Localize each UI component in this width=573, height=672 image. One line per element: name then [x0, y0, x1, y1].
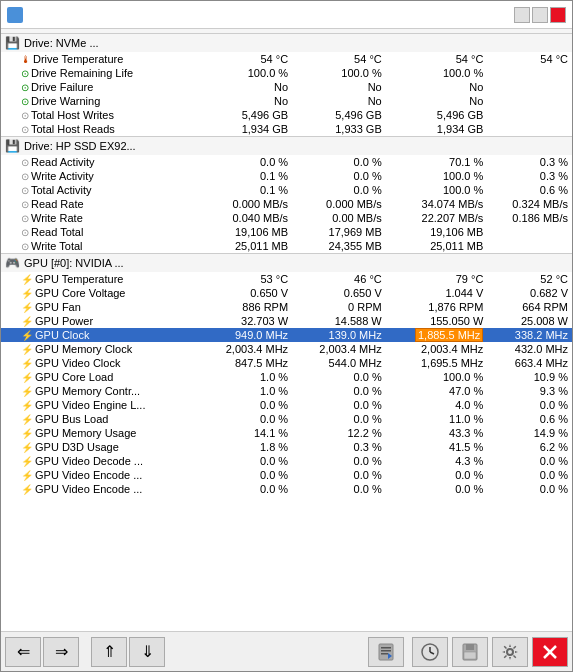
sensor-name: GPU Video Encode ... — [35, 469, 142, 481]
sensor-icon: ⚡ — [21, 288, 33, 299]
cell-minimum: 0.0 % — [292, 155, 386, 169]
sensor-name: GPU Clock — [35, 329, 89, 341]
cell-maximum: 0.0 % — [386, 468, 488, 482]
clock-button[interactable] — [412, 637, 448, 667]
sensor-name: Read Rate — [31, 198, 84, 210]
table-row[interactable]: ⚡GPU Video Clock847.5 MHz544.0 MHz1,695.… — [1, 356, 572, 370]
col-header-maximum — [386, 29, 488, 34]
minimize-button[interactable] — [514, 7, 530, 23]
table-row[interactable]: ⊙Write Rate0.040 MB/s0.00 MB/s22.207 MB/… — [1, 211, 572, 225]
cell-current: 53 °C — [199, 272, 293, 286]
cell-average: 25.008 W — [487, 314, 572, 328]
nav-up-button[interactable]: ⇑ — [91, 637, 127, 667]
sensor-icon: ⚡ — [21, 456, 33, 467]
nav-down-button[interactable]: ⇓ — [129, 637, 165, 667]
sensor-icon: ⚡ — [21, 372, 33, 383]
app-icon — [7, 7, 23, 23]
sensor-name: Write Rate — [31, 212, 83, 224]
cell-minimum: 12.2 % — [292, 426, 386, 440]
table-row[interactable]: ⚡GPU Core Voltage0.650 V0.650 V1.044 V0.… — [1, 286, 572, 300]
cell-average: 52 °C — [487, 272, 572, 286]
cell-sensor: ⚡GPU Video Encode ... — [1, 482, 199, 496]
table-row[interactable]: ⚡GPU Memory Usage14.1 %12.2 %43.3 %14.9 … — [1, 426, 572, 440]
table-row[interactable]: ⚡GPU Power32.703 W14.588 W155.050 W25.00… — [1, 314, 572, 328]
cell-current: 1,934 GB — [199, 122, 293, 137]
table-row[interactable]: ⊙Total Activity0.1 %0.0 %100.0 %0.6 % — [1, 183, 572, 197]
cell-minimum: 139.0 MHz — [292, 328, 386, 342]
cell-minimum: 0 RPM — [292, 300, 386, 314]
cell-sensor: ⊙Write Activity — [1, 169, 199, 183]
table-row[interactable]: ⊙Write Total25,011 MB24,355 MB25,011 MB — [1, 239, 572, 254]
cell-minimum: 54 °C — [292, 52, 386, 66]
col-header-current — [199, 29, 293, 34]
sensor-name: Total Host Reads — [31, 123, 115, 135]
cell-maximum: No — [386, 94, 488, 108]
cell-maximum: 70.1 % — [386, 155, 488, 169]
sensor-name: Write Total — [31, 240, 83, 252]
nav-prev-button[interactable]: ⇐ — [5, 637, 41, 667]
table-row[interactable]: ⚡GPU D3D Usage1.8 %0.3 %41.5 %6.2 % — [1, 440, 572, 454]
sensor-name: GPU Video Clock — [35, 357, 120, 369]
cell-maximum: 54 °C — [386, 52, 488, 66]
table-row[interactable]: ⊙Drive Remaining Life100.0 %100.0 %100.0… — [1, 66, 572, 80]
table-row[interactable]: ⊙Drive FailureNoNoNo — [1, 80, 572, 94]
sensor-icon: ⚡ — [21, 330, 33, 341]
sensor-name: GPU D3D Usage — [35, 441, 119, 453]
title-controls — [514, 7, 566, 23]
table-row[interactable]: ⊙Read Activity0.0 %0.0 %70.1 %0.3 % — [1, 155, 572, 169]
table-row[interactable]: ⊙Read Total19,106 MB17,969 MB19,106 MB — [1, 225, 572, 239]
cell-average: 6.2 % — [487, 440, 572, 454]
cell-sensor: ⚡GPU Core Load — [1, 370, 199, 384]
table-row[interactable]: ⚡GPU Memory Clock2,003.4 MHz2,003.4 MHz2… — [1, 342, 572, 356]
table-row[interactable]: ⊙Read Rate0.000 MB/s0.000 MB/s34.074 MB/… — [1, 197, 572, 211]
table-row[interactable]: ⊙Total Host Writes5,496 GB5,496 GB5,496 … — [1, 108, 572, 122]
cell-minimum: 14.588 W — [292, 314, 386, 328]
cell-current: 25,011 MB — [199, 239, 293, 254]
cell-average: 0.0 % — [487, 454, 572, 468]
cell-sensor: 🌡Drive Temperature — [1, 52, 199, 66]
cell-maximum: 100.0 % — [386, 183, 488, 197]
cell-minimum: 0.0 % — [292, 468, 386, 482]
cell-maximum: 34.074 MB/s — [386, 197, 488, 211]
table-row[interactable]: ⚡GPU Video Decode ...0.0 %0.0 %4.3 %0.0 … — [1, 454, 572, 468]
cell-current: No — [199, 80, 293, 94]
sensor-name: GPU Temperature — [35, 273, 123, 285]
table-row[interactable]: ⚡GPU Bus Load0.0 %0.0 %11.0 %0.6 % — [1, 412, 572, 426]
table-row[interactable]: ⚡GPU Memory Contr...1.0 %0.0 %47.0 %9.3 … — [1, 384, 572, 398]
report-button[interactable] — [368, 637, 404, 667]
table-row[interactable]: ⚡GPU Video Encode ...0.0 %0.0 %0.0 %0.0 … — [1, 468, 572, 482]
cell-minimum: 0.0 % — [292, 482, 386, 496]
table-row[interactable]: ⚡GPU Clock949.0 MHz139.0 MHz1,885.5 MHz3… — [1, 328, 572, 342]
table-row[interactable]: ⊙Drive WarningNoNoNo — [1, 94, 572, 108]
table-row[interactable]: ⚡GPU Video Encode ...0.0 %0.0 %0.0 %0.0 … — [1, 482, 572, 496]
nav-next-button[interactable]: ⇒ — [43, 637, 79, 667]
nav-buttons: ⇐ ⇒ ⇑ ⇓ — [5, 637, 165, 667]
table-row[interactable]: ⚡GPU Core Load1.0 %0.0 %100.0 %10.9 % — [1, 370, 572, 384]
cell-average: 338.2 MHz — [487, 328, 572, 342]
cell-sensor: ⊙Read Activity — [1, 155, 199, 169]
cell-maximum: 47.0 % — [386, 384, 488, 398]
table-row[interactable]: ⊙Write Activity0.1 %0.0 %100.0 %0.3 % — [1, 169, 572, 183]
cell-minimum: 2,003.4 MHz — [292, 342, 386, 356]
content-area: 💾Drive: NVMe ...🌡Drive Temperature54 °C5… — [1, 29, 572, 631]
save-button[interactable] — [452, 637, 488, 667]
health-icon: ⊙ — [21, 96, 29, 107]
cell-current: 0.0 % — [199, 412, 293, 426]
table-row[interactable]: ⚡GPU Fan886 RPM0 RPM1,876 RPM664 RPM — [1, 300, 572, 314]
close-button[interactable] — [550, 7, 566, 23]
settings-button[interactable] — [492, 637, 528, 667]
cell-minimum: 0.000 MB/s — [292, 197, 386, 211]
table-row[interactable]: ⚡GPU Temperature53 °C46 °C79 °C52 °C — [1, 272, 572, 286]
sensor-name: GPU Power — [35, 315, 93, 327]
sensor-icon: ⚡ — [21, 358, 33, 369]
exit-button[interactable] — [532, 637, 568, 667]
cell-maximum: 41.5 % — [386, 440, 488, 454]
sensor-table-container[interactable]: 💾Drive: NVMe ...🌡Drive Temperature54 °C5… — [1, 29, 572, 631]
cell-maximum: 100.0 % — [386, 66, 488, 80]
cell-maximum: 155.050 W — [386, 314, 488, 328]
table-row[interactable]: ⚡GPU Video Engine L...0.0 %0.0 %4.0 %0.0… — [1, 398, 572, 412]
maximize-button[interactable] — [532, 7, 548, 23]
main-window: 💾Drive: NVMe ...🌡Drive Temperature54 °C5… — [0, 0, 573, 672]
table-row[interactable]: 🌡Drive Temperature54 °C54 °C54 °C54 °C — [1, 52, 572, 66]
table-row[interactable]: ⊙Total Host Reads1,934 GB1,933 GB1,934 G… — [1, 122, 572, 137]
